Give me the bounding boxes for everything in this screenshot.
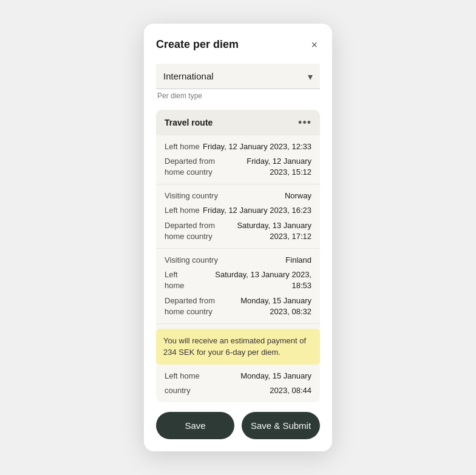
- save-and-submit-button[interactable]: Save & Submit: [242, 412, 320, 439]
- per-diem-type-label: Per diem type: [156, 92, 320, 100]
- route-row: country 2023, 08:44: [165, 385, 311, 396]
- route-label: Departed from home country: [165, 156, 235, 178]
- route-label: Departed from home country: [165, 220, 232, 242]
- travel-route-header: Travel route •••: [156, 110, 320, 135]
- route-value: Norway: [285, 190, 311, 201]
- route-label: Visiting country: [165, 190, 218, 201]
- route-value: Monday, 15 January: [240, 371, 311, 382]
- route-row: Left home Monday, 15 January: [165, 371, 311, 382]
- route-label: Left home: [165, 371, 200, 382]
- per-diem-type-select-wrapper: International Domestic ▾: [156, 64, 320, 89]
- travel-route-title: Travel route: [165, 118, 212, 127]
- route-section-1: Left home Friday, 12 January 2023, 12:33…: [156, 135, 320, 185]
- route-value: Friday, 12 January 2023, 15:12: [235, 156, 311, 178]
- route-row: Departed from home country Friday, 12 Ja…: [165, 156, 311, 178]
- route-value: Saturday, 13 January 2023, 17:12: [232, 220, 311, 242]
- route-label: Left home: [165, 205, 200, 216]
- route-row: Left home Saturday, 13 January 2023, 18:…: [165, 269, 311, 291]
- route-value: 2023, 08:44: [270, 385, 311, 396]
- route-row: Visiting country Finland: [165, 255, 311, 266]
- route-section-norway: Visiting country Norway Left home Friday…: [156, 184, 320, 249]
- route-value: Saturday, 13 January 2023, 18:53: [198, 269, 311, 291]
- route-value: Monday, 15 January 2023, 08:32: [233, 295, 311, 317]
- route-label: country: [165, 385, 191, 396]
- more-options-button[interactable]: •••: [298, 117, 311, 128]
- per-diem-type-select[interactable]: International Domestic: [156, 64, 320, 89]
- route-row: Departed from home country Monday, 15 Ja…: [165, 295, 311, 317]
- travel-route-card: Travel route ••• Left home Friday, 12 Ja…: [156, 110, 320, 403]
- route-label: Left home: [165, 269, 198, 291]
- route-value: Finland: [285, 255, 311, 266]
- close-button[interactable]: ×: [308, 38, 320, 52]
- route-row: Visiting country Norway: [165, 190, 311, 201]
- route-label: Left home: [165, 141, 200, 152]
- route-row: Departed from home country Saturday, 13 …: [165, 220, 311, 242]
- route-label: Departed from home country: [165, 295, 233, 317]
- route-row: Left home Friday, 12 January 2023, 12:33: [165, 141, 311, 152]
- create-per-diem-modal: Create per diem × International Domestic…: [144, 24, 332, 452]
- route-value: Friday, 12 January 2023, 12:33: [203, 141, 311, 152]
- modal-header: Create per diem ×: [156, 38, 320, 52]
- modal-title: Create per diem: [156, 38, 239, 51]
- route-label: Visiting country: [165, 255, 218, 266]
- button-row: Save Save & Submit: [156, 412, 320, 439]
- route-section-partial: Left home Monday, 15 January country 202…: [156, 365, 320, 402]
- modal-backdrop: Create per diem × International Domestic…: [0, 0, 476, 475]
- route-section-finland: Visiting country Finland Left home Satur…: [156, 249, 320, 324]
- payment-notice: You will receive an estimated payment of…: [156, 329, 320, 365]
- route-row: Left home Friday, 12 January 2023, 16:23: [165, 205, 311, 216]
- route-value: Friday, 12 January 2023, 16:23: [203, 205, 311, 216]
- save-button[interactable]: Save: [156, 412, 234, 439]
